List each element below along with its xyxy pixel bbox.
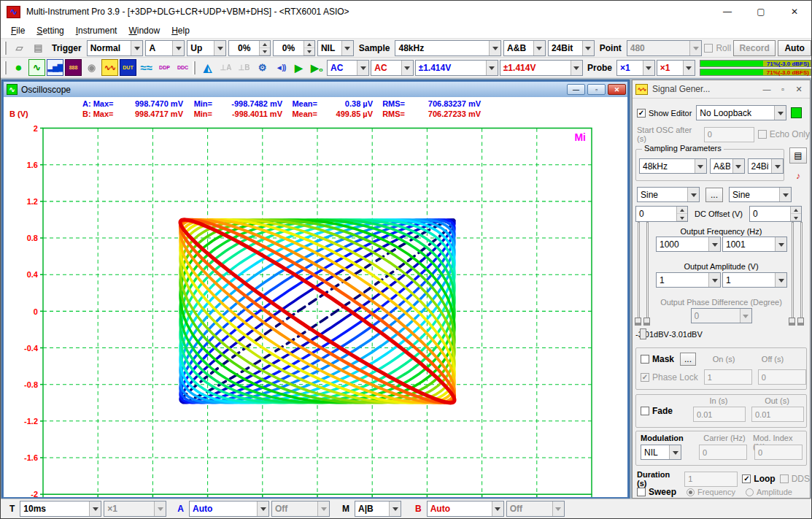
spin-up-icon bbox=[260, 41, 270, 48]
sg-run-button[interactable] bbox=[791, 107, 802, 118]
spin-down-icon bbox=[677, 214, 687, 221]
resolution-combo[interactable]: 24Bit bbox=[548, 40, 595, 56]
chevron-down-icon bbox=[695, 159, 706, 173]
auto-button[interactable]: Auto bbox=[778, 40, 811, 56]
mask-checkbox[interactable]: Mask bbox=[641, 354, 674, 364]
off-field: 0 bbox=[758, 369, 806, 385]
oscilloscope-title-bar[interactable]: ∿ Oscilloscope — ▫ ✕ bbox=[4, 82, 627, 97]
sg-close-button[interactable]: ✕ bbox=[791, 85, 807, 94]
y-tick-label: 0.4 bbox=[27, 270, 39, 279]
channel-b-mode-combo[interactable]: Auto bbox=[427, 501, 504, 517]
freq-b-combo[interactable]: 1001 bbox=[722, 237, 787, 252]
sg-sample-rate-combo[interactable]: 48kHz bbox=[639, 158, 707, 174]
slider-thumb[interactable] bbox=[643, 318, 650, 326]
modulation-label: Modulation bbox=[641, 434, 684, 442]
channel-a-mode-combo[interactable]: Auto bbox=[189, 501, 269, 517]
settings-wrench-icon[interactable]: ⚙ bbox=[254, 59, 271, 76]
slider-thumb[interactable] bbox=[635, 318, 641, 326]
menu-file[interactable]: File bbox=[5, 24, 31, 37]
sg-channels-combo[interactable]: A&B bbox=[710, 158, 745, 174]
timebase-combo[interactable]: 10ms bbox=[20, 501, 101, 517]
amp-a-combo[interactable]: 1 bbox=[656, 272, 721, 288]
mask-options-button[interactable]: ... bbox=[680, 353, 696, 366]
sg-resolution-combo[interactable]: 24Bit bbox=[748, 158, 784, 174]
play-icon[interactable]: ▶ bbox=[290, 59, 307, 76]
probe-a-combo[interactable]: ×1 bbox=[616, 60, 655, 76]
spin-up-icon bbox=[677, 207, 687, 214]
minimize-button[interactable]: — bbox=[711, 1, 744, 23]
sound-output-icon[interactable]: ◄)) bbox=[272, 59, 289, 76]
coupling-b-combo[interactable]: AC bbox=[371, 60, 413, 76]
slider-thumb[interactable] bbox=[797, 318, 804, 326]
menu-window[interactable]: Window bbox=[123, 24, 166, 37]
trigger-delay-spinner[interactable]: 0% bbox=[273, 40, 315, 56]
menu-setting[interactable]: Setting bbox=[31, 24, 69, 37]
coupling-a-combo[interactable]: AC bbox=[327, 60, 369, 76]
fade-checkbox[interactable]: Fade bbox=[641, 406, 673, 416]
show-editor-checkbox[interactable]: ✓Show Editor bbox=[637, 109, 692, 118]
spectrum-analyzer-icon[interactable]: ▂▅▇ bbox=[47, 59, 63, 76]
ddp-viewer-icon[interactable]: DDP bbox=[156, 59, 173, 76]
sg-save-button[interactable]: ▤ bbox=[789, 147, 807, 164]
trigger-level-spinner[interactable]: 0% bbox=[228, 40, 271, 56]
dds-checkbox: DDS bbox=[780, 474, 810, 484]
amp-b-combo[interactable]: 1 bbox=[722, 272, 787, 288]
left-amplitude-sliders[interactable] bbox=[634, 220, 654, 330]
math-mode-combo[interactable]: A|B bbox=[355, 501, 401, 517]
trigger-hpf-combo[interactable]: NIL bbox=[317, 40, 354, 56]
device-test-plan-icon[interactable]: DUT bbox=[120, 59, 136, 76]
trigger-mode-combo[interactable]: Normal bbox=[87, 40, 144, 56]
dc-offset-b-spinner[interactable]: 0 bbox=[749, 206, 802, 222]
signal-generator-title-bar[interactable]: ∿∿ Signal Gener... — ▫ ✕ bbox=[633, 80, 810, 99]
run-stop-icon[interactable]: ● bbox=[10, 59, 27, 76]
chevron-down-icon bbox=[687, 188, 699, 201]
loopback-combo[interactable]: No Loopback bbox=[696, 105, 786, 120]
channels-combo[interactable]: A&B bbox=[503, 40, 546, 56]
modulation-combo[interactable]: NIL bbox=[641, 445, 681, 460]
maximize-button[interactable]: ▢ bbox=[744, 1, 778, 23]
dc-offset-a-spinner[interactable]: 0 bbox=[635, 206, 688, 222]
wave-a-combo[interactable]: Sine bbox=[637, 187, 700, 202]
osc-minimize-button[interactable]: — bbox=[567, 84, 585, 95]
open-icon[interactable]: ▱ bbox=[11, 39, 28, 56]
trigger-edge-combo[interactable]: Up bbox=[187, 40, 226, 56]
probe-b-combo[interactable]: ×1 bbox=[657, 60, 695, 76]
range-a-combo[interactable]: ±1.414V bbox=[415, 60, 498, 76]
osc-restore-button[interactable]: ▫ bbox=[587, 84, 606, 95]
calibration-icon[interactable]: ◭ bbox=[199, 59, 216, 76]
wave-options-button[interactable]: ... bbox=[705, 188, 723, 202]
chevron-down-icon bbox=[775, 237, 786, 251]
chevron-down-icon bbox=[341, 41, 353, 55]
oscilloscope-icon[interactable]: ∿ bbox=[28, 59, 45, 76]
signal-generator-icon[interactable]: ∿∿ bbox=[101, 59, 118, 76]
ddc-icon[interactable]: DDC bbox=[174, 59, 191, 76]
wave-b-combo[interactable]: Sine bbox=[729, 187, 792, 202]
close-button[interactable]: ✕ bbox=[778, 1, 811, 23]
multimeter-icon[interactable]: 888 bbox=[65, 59, 82, 76]
freq-a-combo[interactable]: 1000 bbox=[656, 237, 721, 252]
save-icon[interactable]: ▤ bbox=[30, 39, 47, 56]
play-loop-icon[interactable]: ▶₀ bbox=[309, 59, 325, 76]
sample-rate-combo[interactable]: 48kHz bbox=[395, 40, 501, 56]
sg-library-icon[interactable]: ♪ bbox=[789, 168, 807, 184]
probe-cal-b-icon: ⊥B bbox=[236, 59, 252, 76]
range-b-combo[interactable]: ±1.414V bbox=[500, 60, 583, 76]
osc-close-button[interactable]: ✕ bbox=[608, 84, 626, 95]
menu-instrument[interactable]: Instrument bbox=[70, 24, 123, 37]
menu-help[interactable]: Help bbox=[166, 24, 196, 37]
right-amplitude-sliders[interactable] bbox=[788, 220, 808, 330]
off-label: Off (s) bbox=[751, 355, 794, 364]
chevron-down-icon bbox=[708, 273, 720, 287]
multi-wave-icon[interactable]: ≈≈ bbox=[138, 59, 155, 76]
trigger-source-combo[interactable]: A bbox=[145, 40, 185, 56]
slider-thumb[interactable] bbox=[789, 318, 795, 326]
chevron-down-icon bbox=[489, 41, 500, 55]
math-label: M bbox=[339, 504, 352, 514]
loop-checkbox[interactable]: ✓Loop bbox=[742, 474, 775, 484]
sg-minimize-button[interactable]: — bbox=[759, 85, 775, 93]
output-phase-label: Output Phase Difference (Degree) bbox=[660, 298, 782, 307]
sweep-checkbox[interactable]: Sweep bbox=[637, 487, 676, 497]
y-tick-label: -1.6 bbox=[24, 453, 38, 462]
phase-combo: 0 bbox=[691, 308, 752, 323]
slider-thumb[interactable] bbox=[640, 328, 646, 339]
